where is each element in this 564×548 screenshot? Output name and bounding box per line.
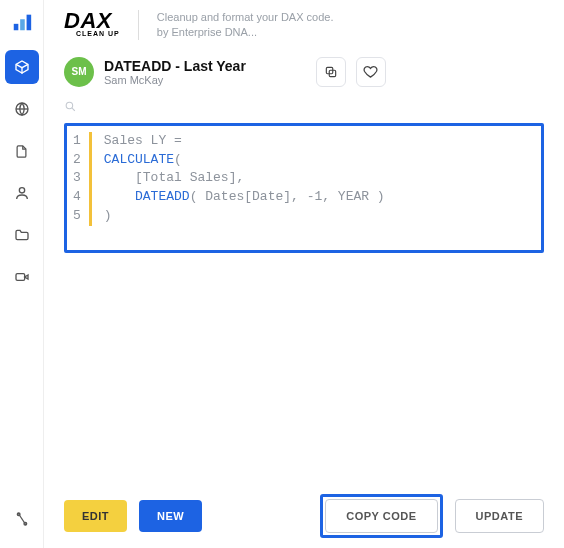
svg-rect-5	[16, 274, 25, 281]
app-logo	[8, 8, 36, 36]
avatar: SM	[64, 57, 94, 87]
sidebar-item-user[interactable]	[5, 176, 39, 210]
code-keyword: DATEADD	[104, 189, 190, 204]
bottom-bar: EDIT NEW COPY CODE UPDATE	[64, 494, 544, 538]
tagline: Cleanup and format your DAX code. by Ent…	[157, 10, 334, 41]
code-text: )	[104, 208, 112, 223]
sidebar	[0, 0, 44, 548]
svg-rect-0	[13, 24, 18, 30]
line-number: 4	[73, 188, 81, 207]
sidebar-item-globe[interactable]	[5, 92, 39, 126]
code-text: (	[174, 152, 182, 167]
main-content: DAX CLEAN UP Cleanup and format your DAX…	[44, 0, 564, 548]
copy-icon-button[interactable]	[316, 57, 346, 87]
svg-rect-1	[20, 19, 25, 30]
tagline-line-1: Cleanup and format your DAX code.	[157, 10, 334, 25]
line-gutter: 1 2 3 4 5	[67, 132, 89, 226]
doc-author: Sam McKay	[104, 74, 246, 86]
gutter-bar	[89, 132, 92, 226]
brand-name: DAX	[64, 10, 120, 32]
title-row: SM DATEADD - Last Year Sam McKay	[64, 57, 544, 87]
line-number: 1	[73, 132, 81, 151]
header-divider	[138, 10, 139, 40]
code-editor[interactable]: 1 2 3 4 5 Sales LY = CALCULATE( [Total S…	[64, 123, 544, 253]
svg-point-10	[66, 102, 73, 109]
svg-rect-2	[26, 15, 31, 31]
doc-title: DATEADD - Last Year	[104, 58, 246, 74]
copy-code-highlight: COPY CODE	[320, 494, 442, 538]
brand-sub: CLEAN UP	[76, 30, 120, 37]
svg-point-4	[19, 188, 24, 193]
sidebar-item-box[interactable]	[5, 50, 39, 84]
header: DAX CLEAN UP Cleanup and format your DAX…	[64, 10, 544, 41]
sidebar-item-video[interactable]	[5, 260, 39, 294]
line-number: 5	[73, 207, 81, 226]
title-block: DATEADD - Last Year Sam McKay	[104, 58, 246, 86]
sidebar-item-folder[interactable]	[5, 218, 39, 252]
edit-button[interactable]: EDIT	[64, 500, 127, 532]
code-text: ( Dates[Date], -1, YEAR )	[190, 189, 385, 204]
new-button[interactable]: NEW	[139, 500, 202, 532]
title-actions	[316, 57, 386, 87]
tagline-line-2: by Enterprise DNA...	[157, 25, 334, 40]
sidebar-item-settings[interactable]	[5, 502, 39, 536]
copy-code-button[interactable]: COPY CODE	[325, 499, 437, 533]
search-icon[interactable]	[64, 99, 544, 117]
code-body: Sales LY = CALCULATE( [Total Sales], DAT…	[94, 132, 385, 226]
line-number: 3	[73, 169, 81, 188]
update-button[interactable]: UPDATE	[455, 499, 544, 533]
line-number: 2	[73, 151, 81, 170]
favorite-button[interactable]	[356, 57, 386, 87]
dax-brand: DAX CLEAN UP	[64, 10, 120, 37]
code-keyword: CALCULATE	[104, 152, 174, 167]
code-text: [Total Sales],	[104, 170, 244, 185]
code-text: Sales LY =	[104, 133, 182, 148]
sidebar-item-file[interactable]	[5, 134, 39, 168]
